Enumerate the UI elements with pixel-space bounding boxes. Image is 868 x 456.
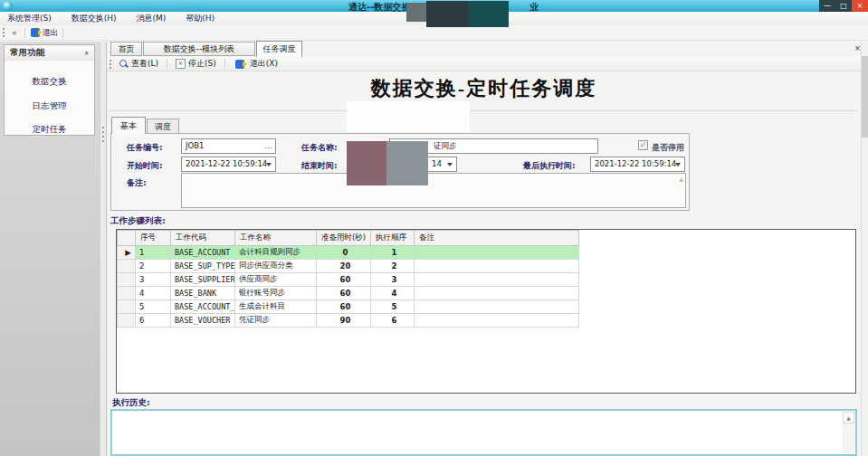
table-row[interactable]: 2 BASE_SUP_TYPE 同步供应商分类 20 2 <box>118 260 579 273</box>
sidebar-item-data-exchange[interactable]: 数据交换 <box>5 76 94 88</box>
cell-order[interactable]: 1 <box>371 246 415 260</box>
menu-help[interactable]: 帮助(H) <box>186 13 215 24</box>
scroll-up-icon[interactable]: ▲ <box>679 176 683 182</box>
document-toolbar: 查看(L) × 停止(S) 退出(X) <box>107 57 861 71</box>
row-selector[interactable] <box>118 287 136 300</box>
table-row[interactable]: 3 BASE_SUPPLIER 供应商同步 60 3 <box>118 273 579 287</box>
menu-message[interactable]: 消息(M) <box>137 13 167 24</box>
cell-order[interactable]: 3 <box>371 273 415 287</box>
chevron-down-icon[interactable] <box>266 163 272 166</box>
sidebar-splitter[interactable] <box>100 42 107 456</box>
cell-code[interactable]: BASE_BANK <box>171 287 235 300</box>
redaction-block <box>406 3 426 22</box>
cell-prep[interactable]: 60 <box>317 300 371 314</box>
row-selector-arrow-icon[interactable]: ▶ <box>118 246 136 260</box>
close-button[interactable]: × <box>852 0 868 12</box>
cell-code[interactable]: BASE_ACCOUNT <box>171 246 235 260</box>
cell-remark[interactable] <box>415 260 579 273</box>
minimize-button[interactable]: — <box>819 0 836 12</box>
table-row[interactable]: ▶ 1 BASE_ACCOUNT 会计科目规则同步 0 1 <box>118 246 579 260</box>
scrollbar-thumb[interactable] <box>862 56 868 138</box>
cell-no[interactable]: 5 <box>136 300 171 314</box>
col-header-prep: 准备用时(秒) <box>317 231 371 246</box>
cell-name[interactable]: 供应商同步 <box>235 273 317 287</box>
chevron-down-icon[interactable] <box>675 163 681 166</box>
cell-code[interactable]: BASE_ACCOUNT_DCY <box>171 300 235 314</box>
cell-prep[interactable]: 90 <box>317 314 371 328</box>
row-selector[interactable] <box>118 314 136 328</box>
disable-checkbox[interactable]: ✓ <box>638 140 648 150</box>
divider <box>109 110 858 111</box>
cell-code[interactable]: BASE_SUP_TYPE <box>171 260 235 273</box>
main-vertical-scrollbar[interactable] <box>861 42 868 456</box>
row-selector[interactable] <box>118 260 136 273</box>
sidebar-header[interactable]: 常用功能 « <box>5 45 94 61</box>
cell-no[interactable]: 3 <box>136 273 171 287</box>
menu-data-exchange[interactable]: 数据交换(H) <box>72 13 117 24</box>
sidebar-item-timed-task[interactable]: 定时任务 <box>5 124 94 136</box>
view-button[interactable]: 查看(L) <box>115 58 163 70</box>
sidebar-item-log-manage[interactable]: 日志管理 <box>5 100 94 112</box>
cell-remark[interactable] <box>415 246 579 260</box>
remark-textarea[interactable]: ▲ <box>181 173 686 208</box>
cell-name[interactable]: 银行账号同步 <box>235 287 317 300</box>
toolbar-separator <box>24 28 25 38</box>
last-exec-combobox[interactable]: 2021-12-22 10:59:14 <box>590 157 685 172</box>
tab-module-list[interactable]: 数据交换--模块列表 <box>143 42 255 56</box>
tab-task-schedule[interactable]: 任务调度 <box>256 41 302 57</box>
remark-label: 备注: <box>127 177 147 189</box>
exit-door-icon <box>31 28 40 37</box>
cell-order[interactable]: 6 <box>371 314 415 328</box>
menu-system[interactable]: 系统管理(S) <box>7 13 52 24</box>
task-no-input[interactable]: JOB1 … <box>181 138 276 154</box>
cell-remark[interactable] <box>415 287 579 300</box>
chevron-down-icon[interactable] <box>447 163 453 166</box>
cell-no[interactable]: 1 <box>136 246 171 260</box>
cell-order[interactable]: 2 <box>371 260 415 273</box>
exit-icon <box>235 60 244 69</box>
cell-order[interactable]: 5 <box>371 300 415 314</box>
tab-home[interactable]: 首页 <box>110 42 142 56</box>
maximize-button[interactable]: □ <box>835 0 852 12</box>
cell-name[interactable]: 凭证同步 <box>235 314 317 328</box>
magnifier-icon <box>119 60 129 69</box>
cell-prep[interactable]: 20 <box>317 260 371 273</box>
redaction-block <box>469 1 509 27</box>
cell-remark[interactable] <box>415 273 579 287</box>
cell-code[interactable]: BASE_VOUCHER <box>171 314 235 328</box>
quick-exit-button[interactable]: 退出 <box>43 27 59 39</box>
cell-order[interactable]: 4 <box>371 287 415 300</box>
sidebar-header-label: 常用功能 <box>10 47 44 59</box>
ellipsis-button-icon[interactable]: … <box>264 139 272 152</box>
collapse-left-icon[interactable]: « <box>8 28 21 37</box>
history-box[interactable]: ▲ <box>110 409 857 456</box>
row-selector[interactable] <box>118 273 136 287</box>
cell-no[interactable]: 6 <box>136 314 171 328</box>
cell-no[interactable]: 4 <box>136 287 171 300</box>
cell-no[interactable]: 2 <box>136 260 171 273</box>
form-tab-schedule[interactable]: 调度 <box>147 119 179 134</box>
collapse-panel-icon[interactable]: « <box>82 50 91 54</box>
stop-button[interactable]: × 停止(S) <box>171 58 221 70</box>
row-selector[interactable] <box>118 300 136 314</box>
table-row[interactable]: 5 BASE_ACCOUNT_DCY 生成会计科目 60 5 <box>118 300 579 314</box>
start-time-combobox[interactable]: 2021-12-22 10:59:14 <box>181 157 276 172</box>
form-tab-basic[interactable]: 基本 <box>111 117 146 134</box>
cell-prep[interactable]: 0 <box>317 246 371 260</box>
cell-prep[interactable]: 60 <box>317 287 371 300</box>
cell-code[interactable]: BASE_SUPPLIER <box>171 273 235 287</box>
table-row[interactable]: 4 BASE_BANK 银行账号同步 60 4 <box>118 287 579 300</box>
table-header-row: 序号 工作代码 工作名称 准备用时(秒) 执行顺序 备注 <box>118 231 579 246</box>
exit-button[interactable]: 退出(X) <box>229 58 282 70</box>
table-row[interactable]: 6 BASE_VOUCHER 凭证同步 90 6 <box>118 314 579 328</box>
col-header-remark: 备注 <box>415 231 579 246</box>
cell-prep[interactable]: 60 <box>317 273 371 287</box>
cell-name[interactable]: 同步供应商分类 <box>235 260 317 273</box>
scroll-up-icon[interactable]: ▲ <box>843 412 854 423</box>
cell-name[interactable]: 会计科目规则同步 <box>235 246 317 260</box>
cell-remark[interactable] <box>415 300 579 314</box>
splitter-grip-icon <box>102 127 104 128</box>
cell-remark[interactable] <box>415 314 579 328</box>
cell-name[interactable]: 生成会计科目 <box>235 300 317 314</box>
history-scrollbar[interactable]: ▲ <box>843 412 854 453</box>
